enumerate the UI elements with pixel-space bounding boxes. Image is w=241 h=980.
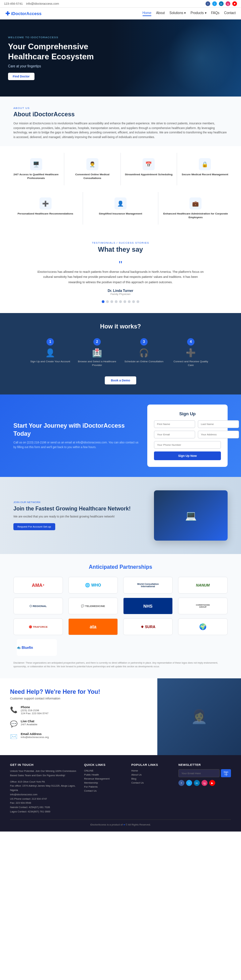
footer-bottom-text: iDoctorAccess is a product of ● © All Ri… [90,823,151,826]
last-name-input[interactable] [198,420,239,428]
dot-1[interactable] [102,300,105,303]
footer-bottom: iDoctorAccess is a product of ● © All Ri… [10,819,231,826]
step-1: 1 👤 Sign Up and Create Your Account [30,338,70,367]
partner-bluefin: 🐟 Bluefin [17,639,57,656]
footer-link-about[interactable]: About Us [131,773,172,776]
footer-link-home[interactable]: Home [131,769,172,772]
book-demo-button[interactable]: Book a Demo [105,376,136,384]
quote-mark: " [13,259,228,269]
cta-text: Call us on (223) 218-2198 or send us an … [13,441,141,449]
feature-icon-2: 👨‍⚕️ [86,158,98,170]
step-label-3: Schedule an Online Consultation [125,360,164,363]
signup-now-button[interactable]: Sign Up Now [154,452,221,460]
feature-card-6: 👤 Simplified Insurance Management [83,192,158,224]
footer: Get In Touch Unlock Your Potential. Join… [0,755,241,832]
help-chat: 💬 Live Chat 24/7 Available [10,719,147,728]
logo-icon: ✚ [5,10,10,17]
footer-brand-link[interactable]: ● [124,823,125,826]
dot-6[interactable] [124,300,126,303]
nav-about[interactable]: About [156,11,165,16]
email-address-row [154,431,221,438]
feature-card-2: 👨‍⚕️ Convenient Online Medical Consultat… [64,153,120,185]
footer-link-patients[interactable]: For Patients [84,785,125,788]
nav-home[interactable]: Home [143,11,152,16]
footer-twitter-icon[interactable]: t [186,780,192,786]
feature-card-5: ➕ Personalized Healthcare Recommendation… [8,192,82,224]
provider-cta-button[interactable]: Request For Account Set-up [13,523,55,530]
step-number-2: 2 [94,338,101,345]
hero-section: Welcome to iDoctorAccess Your Comprehens… [0,19,241,97]
nav-contact[interactable]: Contact [224,11,236,16]
help-image: 👩‍💼 [157,678,241,755]
first-name-input[interactable] [154,420,195,428]
how-steps: 1 👤 Sign Up and Create Your Account 2 🏥 … [13,338,228,367]
feature-icon-7: 💼 [189,197,201,210]
phone-input[interactable] [154,441,221,449]
newsletter-signup-button[interactable]: Sign Up [221,769,231,777]
about-label: About Us [13,107,228,110]
footer-link-revenue[interactable]: Revenue Management [84,777,125,780]
feature-label-3: Streamlined Appointment Scheduling [125,173,172,176]
linkedin-icon[interactable]: in [219,2,224,6]
about-section: About Us About iDoctorAccess Our mission… [0,97,241,146]
dot-4[interactable] [115,300,117,303]
footer-linkedin-icon[interactable]: in [194,780,200,786]
footer-link-public-health[interactable]: Public Health [84,773,125,776]
navbar: ✚ iDoctorAccess Home About Solutions ▾ P… [0,8,241,19]
find-doctor-button[interactable]: Find Doctor [8,73,35,80]
help-title: Need Help? We're Here for You! [10,689,147,695]
features-row1: 🖥️ 24/7 Access to Qualified Healthcare P… [8,153,233,185]
address-input[interactable] [198,431,239,438]
partners-grid-row3: 🔴 TRAFORCE ata ⚜ SURA 🌍 [13,618,228,635]
footer-facebook-icon[interactable]: f [178,780,184,786]
dot-5[interactable] [119,300,122,303]
dot-9[interactable] [136,300,139,303]
footer-link-contact-us[interactable]: Contact Us [131,781,172,784]
feature-label-2: Convenient Online Medical Consultations [68,173,116,180]
footer-link-online[interactable]: ONLINE [84,769,125,772]
phone-number: 123-456-5741 [4,2,23,5]
nav-products[interactable]: Products ▾ [190,11,206,16]
footer-link-membership[interactable]: Membership [84,781,125,784]
provider-title: Join the Fastest Growing Healthcare Netw… [13,506,144,512]
hero-content: Welcome to iDoctorAccess Your Comprehens… [8,36,115,80]
partner-regional: ⬡ REGIONAL [13,598,63,614]
signup-form-title: Sign Up [154,411,221,416]
testimonial-role: Family Physician [13,293,228,296]
step-icon-3: 🎧 [139,348,149,358]
testimonial-dots [13,300,228,303]
footer-instagram-icon[interactable]: ig [201,780,208,786]
email-input[interactable] [154,431,195,438]
facebook-icon[interactable]: f [206,2,210,6]
youtube-icon[interactable]: ▶ [232,2,237,6]
dot-2[interactable] [106,300,109,303]
footer-youtube-icon[interactable]: ▶ [209,780,215,786]
footer-link-blog[interactable]: Blog [131,777,172,780]
feature-label-7: Enhanced Healthcare Administration for C… [162,212,229,219]
logo-text: iDoctorAccess [11,11,41,16]
twitter-icon[interactable]: t [212,2,217,6]
footer-grid: Get In Touch Unlock Your Potential. Join… [10,763,231,814]
dot-7[interactable] [128,300,130,303]
dot-3[interactable] [111,300,113,303]
email-address: info@idoctoraccess.com [26,2,59,5]
nav-solutions[interactable]: Solutions ▾ [170,11,186,16]
footer-ql-title: Quick Links [84,763,125,767]
email-label: Email Address [21,732,49,736]
step-number-4: 4 [187,338,195,345]
footer-social-icons: f t in ig ▶ [178,780,231,786]
nav-faqs[interactable]: FAQs [211,11,220,16]
footer-link-contact[interactable]: Contact Us [84,789,125,792]
newsletter-email-input[interactable] [178,769,220,777]
mockup-icon: 💻 [185,510,197,521]
feature-label-4: Secure Medical Record Management [182,173,228,176]
instagram-icon[interactable]: ig [225,2,230,6]
step-icon-1: 👤 [45,348,55,358]
partner-sura: ⚜ SURA [123,618,173,635]
social-links: f t in ig ▶ [206,2,237,6]
how-it-works-section: How it works? 1 👤 Sign Up and Create You… [0,313,241,395]
help-chat-info: Live Chat 24/7 Available [21,719,38,726]
dot-8[interactable] [132,300,135,303]
feature-card-7: 💼 Enhanced Healthcare Administration for… [159,192,233,224]
email-value: info@idoctoraccess.org [21,736,49,739]
